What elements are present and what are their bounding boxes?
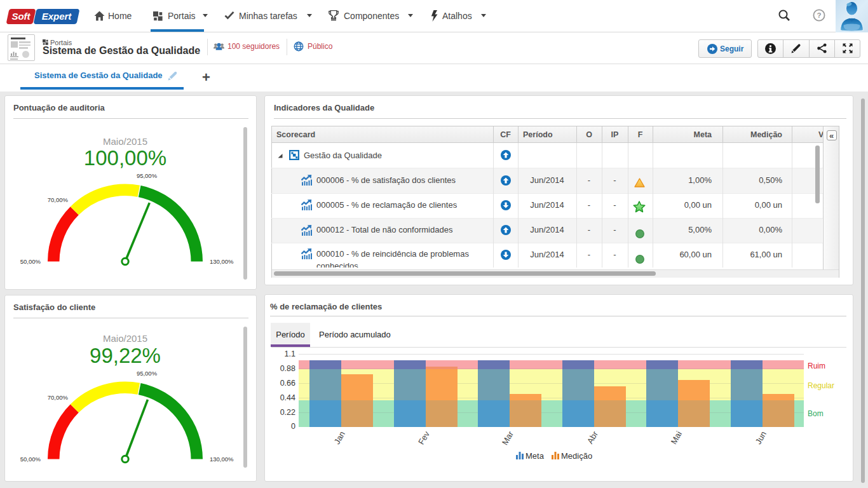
svg-text:?: ?: [817, 11, 821, 19]
